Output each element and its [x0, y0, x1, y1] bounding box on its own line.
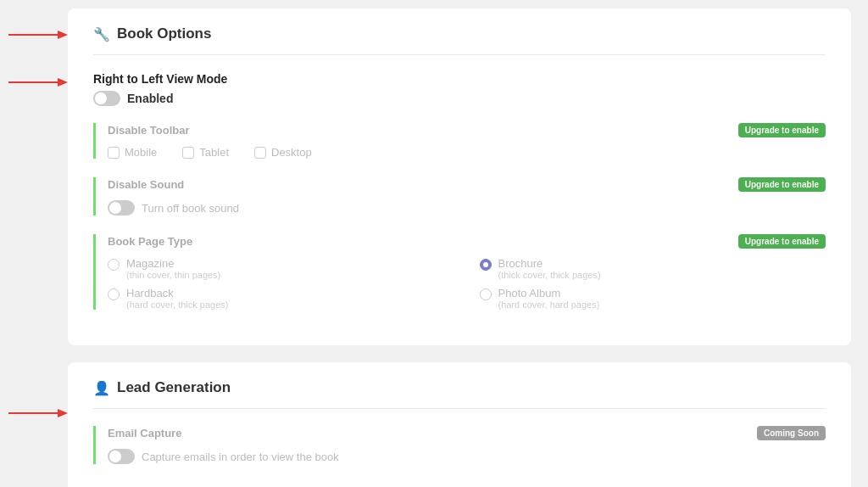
book-options-card: 🔧 Book Options Right to Left View Mode E…: [68, 8, 851, 345]
desktop-label: Desktop: [271, 146, 312, 159]
brochure-name: Brochure: [498, 257, 601, 270]
disable-toolbar-header: Disable Toolbar Upgrade to enable: [108, 123, 826, 137]
disable-toolbar-title: Disable Toolbar: [108, 124, 190, 137]
rtl-toggle-row: Enabled: [93, 91, 826, 106]
svg-marker-5: [58, 409, 68, 417]
email-capture-toggle[interactable]: [108, 449, 135, 464]
magazine-name: Magazine: [126, 257, 220, 270]
book-options-header: 🔧 Book Options: [93, 25, 826, 55]
email-capture-label: Capture emails in order to view the book: [142, 451, 339, 463]
book-options-title: Book Options: [117, 25, 211, 42]
mobile-label: Mobile: [125, 146, 157, 159]
svg-marker-3: [58, 78, 68, 87]
email-capture-block: Email Capture Coming Soon Capture emails…: [93, 426, 826, 464]
email-capture-badge: Coming Soon: [757, 426, 826, 440]
hardback-desc: (hard cover, thick pages): [126, 299, 228, 310]
rtl-mode-title: Right to Left View Mode: [93, 72, 826, 86]
brochure-radio[interactable]: [480, 259, 492, 271]
book-page-type-header: Book Page Type Upgrade to enable: [108, 234, 826, 249]
sound-toggle[interactable]: [108, 200, 135, 216]
lead-generation-header: 👤 Lead Generation: [93, 379, 826, 409]
book-page-type-title: Book Page Type: [108, 235, 192, 248]
page-type-hardback[interactable]: Hardback (hard cover, thick pages): [108, 287, 454, 310]
magazine-radio[interactable]: [108, 259, 120, 271]
person-icon: 👤: [93, 380, 110, 396]
rtl-toggle-label: Enabled: [127, 92, 173, 105]
hardback-radio[interactable]: [108, 288, 120, 300]
brochure-desc: (thick cover, thick pages): [498, 270, 601, 280]
tablet-checkbox[interactable]: [182, 147, 194, 159]
wrench-icon: 🔧: [93, 26, 110, 42]
disable-toolbar-block: Disable Toolbar Upgrade to enable Mobile…: [93, 123, 826, 159]
device-row: Mobile Tablet Desktop: [108, 146, 826, 159]
magazine-desc: (thin cover, thin pages): [126, 270, 220, 280]
page-type-brochure[interactable]: Brochure (thick cover, thick pages): [480, 257, 826, 280]
disable-toolbar-badge: Upgrade to enable: [738, 123, 826, 137]
page-type-photo-album[interactable]: Photo Album (hard cover, hard pages): [480, 287, 826, 310]
email-capture-title: Email Capture: [108, 427, 181, 439]
disable-sound-badge: Upgrade to enable: [738, 177, 826, 192]
device-tablet: Tablet: [182, 146, 229, 159]
sound-toggle-row: Turn off book sound: [108, 200, 826, 216]
tablet-label: Tablet: [199, 146, 229, 159]
disable-sound-header: Disable Sound Upgrade to enable: [108, 177, 826, 192]
book-page-type-block: Book Page Type Upgrade to enable Magazin…: [93, 234, 826, 310]
rtl-toggle[interactable]: [93, 91, 120, 106]
svg-marker-1: [58, 31, 68, 39]
sound-toggle-label: Turn off book sound: [142, 202, 239, 215]
page-type-magazine[interactable]: Magazine (thin cover, thin pages): [108, 257, 454, 280]
email-capture-header: Email Capture Coming Soon: [108, 426, 826, 440]
disable-sound-title: Disable Sound: [108, 178, 184, 191]
book-page-type-badge: Upgrade to enable: [738, 234, 826, 249]
device-mobile: Mobile: [108, 146, 157, 159]
photo-album-radio[interactable]: [480, 288, 492, 300]
mobile-checkbox[interactable]: [108, 147, 120, 159]
photo-album-name: Photo Album: [498, 287, 600, 299]
lead-generation-card: 👤 Lead Generation Email Capture Coming S…: [68, 362, 851, 487]
photo-album-desc: (hard cover, hard pages): [498, 299, 600, 310]
desktop-checkbox[interactable]: [254, 147, 266, 159]
lead-generation-title: Lead Generation: [117, 379, 231, 396]
page-type-grid: Magazine (thin cover, thin pages) Brochu…: [108, 257, 826, 310]
hardback-name: Hardback: [126, 287, 228, 299]
disable-sound-block: Disable Sound Upgrade to enable Turn off…: [93, 177, 826, 216]
device-desktop: Desktop: [254, 146, 312, 159]
rtl-mode-section: Right to Left View Mode Enabled: [93, 72, 826, 106]
email-capture-toggle-row: Capture emails in order to view the book: [108, 449, 826, 464]
